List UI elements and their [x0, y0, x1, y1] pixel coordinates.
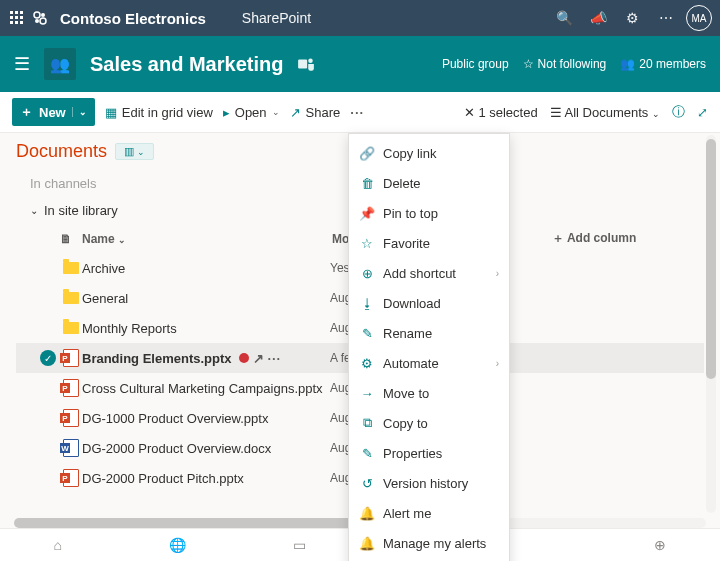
menu-item[interactable]: ☆Favorite: [349, 228, 509, 258]
add-icon[interactable]: ⊕: [654, 537, 666, 553]
menu-item[interactable]: 🔔Alert me: [349, 498, 509, 528]
chevron-right-icon: ›: [496, 358, 499, 369]
view-selector[interactable]: ☰ All Documents ⌄: [550, 105, 660, 120]
members-button[interactable]: 👥 20 members: [620, 57, 706, 71]
settings-icon[interactable]: ⚙: [618, 10, 646, 26]
follow-button[interactable]: ☆ Not following: [523, 57, 607, 71]
menu-label: Copy to: [383, 416, 428, 431]
megaphone-icon[interactable]: 📣: [584, 10, 612, 26]
teams-icon[interactable]: [297, 55, 315, 73]
file-icon: [60, 379, 82, 397]
menu-icon: 🔔: [359, 506, 375, 521]
menu-item[interactable]: 🔔Manage my alerts: [349, 528, 509, 558]
app-launcher-icon[interactable]: [8, 9, 26, 27]
file-name[interactable]: Monthly Reports: [82, 321, 330, 336]
menu-label: Add shortcut: [383, 266, 456, 281]
menu-item[interactable]: 📌Pin to top: [349, 198, 509, 228]
menu-label: Delete: [383, 176, 421, 191]
menu-icon: ⚙: [359, 356, 375, 371]
site-logo[interactable]: 👥: [44, 48, 76, 80]
grid-icon: ▦: [105, 105, 117, 120]
menu-icon: ✎: [359, 446, 375, 461]
menu-item[interactable]: ✎Properties: [349, 438, 509, 468]
app-name[interactable]: SharePoint: [242, 10, 311, 26]
menu-icon: ⭳: [359, 296, 375, 311]
open-icon: ▸: [223, 105, 230, 120]
menu-item[interactable]: ⭳Download: [349, 288, 509, 318]
col-name[interactable]: Name ⌄: [82, 232, 332, 246]
org-logo-icon: [32, 10, 48, 26]
chevron-right-icon: ›: [496, 268, 499, 279]
menu-item[interactable]: ⧉Copy to: [349, 408, 509, 438]
vertical-scrollbar[interactable]: [706, 135, 716, 513]
chevron-down-icon: ⌄: [30, 205, 38, 216]
svg-point-5: [309, 58, 314, 63]
hamburger-icon[interactable]: ☰: [14, 53, 30, 75]
menu-item[interactable]: 🔗Copy link: [349, 138, 509, 168]
file-name[interactable]: Archive: [82, 261, 330, 276]
menu-item[interactable]: ⚙Automate›: [349, 348, 509, 378]
menu-icon: ✎: [359, 326, 375, 341]
edit-grid-button[interactable]: ▦Edit in grid view: [105, 105, 213, 120]
menu-item[interactable]: ↺Version history: [349, 468, 509, 498]
news-icon[interactable]: ▭: [293, 537, 306, 553]
menu-label: Alert me: [383, 506, 431, 521]
menu-label: Automate: [383, 356, 439, 371]
file-icon: [60, 439, 82, 457]
menu-label: Copy link: [383, 146, 436, 161]
view-mode-button[interactable]: ▥ ⌄: [115, 143, 154, 160]
more-icon[interactable]: ⋯: [652, 10, 680, 26]
svg-point-1: [40, 18, 46, 24]
overflow-button[interactable]: ···: [350, 105, 364, 120]
file-icon: [60, 409, 82, 427]
col-add[interactable]: ＋ Add column: [552, 230, 636, 247]
menu-icon: ↺: [359, 476, 375, 491]
new-button[interactable]: ＋ New ⌄: [12, 98, 95, 126]
menu-label: Download: [383, 296, 441, 311]
menu-icon: ☆: [359, 236, 375, 251]
file-name[interactable]: General: [82, 291, 330, 306]
menu-item[interactable]: 🗑Delete: [349, 168, 509, 198]
menu-icon: ⊕: [359, 266, 375, 281]
file-icon: [60, 292, 82, 304]
home-icon[interactable]: ⌂: [54, 537, 62, 553]
menu-label: Rename: [383, 326, 432, 341]
open-button[interactable]: ▸Open ⌄: [223, 105, 280, 120]
globe-icon[interactable]: 🌐: [169, 537, 186, 553]
row-checkmark-icon[interactable]: ✓: [40, 350, 56, 366]
info-icon[interactable]: ⓘ: [672, 103, 685, 121]
file-name[interactable]: DG-2000 Product Overview.docx: [82, 441, 330, 456]
svg-point-2: [41, 13, 45, 17]
file-name[interactable]: Cross Cultural Marketing Campaigns.pptx: [82, 381, 330, 396]
file-icon: [60, 349, 82, 367]
row-overflow-icon[interactable]: ···: [267, 351, 281, 366]
suite-bar: Contoso Electronics SharePoint 🔍 📣 ⚙ ⋯ M…: [0, 0, 720, 36]
share-button[interactable]: ↗Share: [290, 105, 341, 120]
menu-label: Version history: [383, 476, 468, 491]
avatar[interactable]: MA: [686, 5, 712, 31]
expand-icon[interactable]: ⤢: [697, 105, 708, 120]
chevron-down-icon[interactable]: ⌄: [72, 107, 87, 117]
file-type-column-icon[interactable]: 🗎: [60, 232, 82, 246]
search-icon[interactable]: 🔍: [550, 10, 578, 26]
content-area: Documents ▥ ⌄ In channels ⌄ In site libr…: [0, 133, 720, 493]
share-inline-icon[interactable]: ↗: [253, 351, 264, 366]
menu-label: Properties: [383, 446, 442, 461]
svg-point-0: [34, 12, 40, 18]
menu-item[interactable]: ⊕Add shortcut›: [349, 258, 509, 288]
file-name[interactable]: DG-1000 Product Overview.pptx: [82, 411, 330, 426]
site-header: ☰ 👥 Sales and Marketing Public group ☆ N…: [0, 36, 720, 92]
svg-rect-4: [299, 60, 308, 69]
menu-item[interactable]: →Move to: [349, 378, 509, 408]
menu-icon: →: [359, 386, 375, 401]
menu-label: Move to: [383, 386, 429, 401]
menu-item[interactable]: ✎Rename: [349, 318, 509, 348]
group-type: Public group: [442, 57, 509, 71]
selection-count: ✕ 1 selected: [464, 105, 538, 120]
site-title[interactable]: Sales and Marketing: [90, 53, 283, 76]
share-icon: ↗: [290, 105, 301, 120]
file-name[interactable]: DG-2000 Product Pitch.pptx: [82, 471, 330, 486]
file-name[interactable]: Branding Elements.pptx ↗ ···: [82, 351, 330, 366]
chevron-down-icon: ⌄: [272, 107, 280, 117]
org-name: Contoso Electronics: [60, 10, 206, 27]
